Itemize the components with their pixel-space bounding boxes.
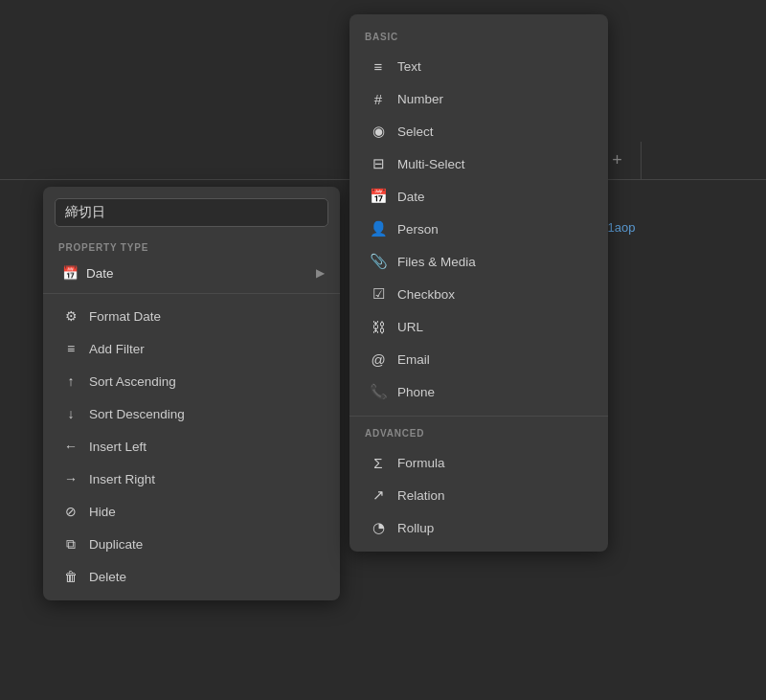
url-icon: ⛓ bbox=[369, 317, 388, 336]
property-type-section-label: PROPERTY TYPE bbox=[43, 238, 340, 259]
insert-left-item[interactable]: ← Insert Left bbox=[47, 430, 336, 463]
property-type-label: Date bbox=[86, 266, 114, 281]
date-type-item[interactable]: 📅 Date bbox=[353, 180, 604, 213]
email-icon: @ bbox=[369, 350, 388, 369]
menu-divider-1 bbox=[43, 293, 340, 294]
text-icon: ≡ bbox=[369, 56, 388, 76]
checkbox-type-item[interactable]: ☑ Checkbox bbox=[353, 278, 604, 310]
duplicate-icon: ⧉ bbox=[62, 535, 79, 553]
relation-icon: ↗ bbox=[369, 485, 388, 505]
date-icon: 📅 bbox=[369, 187, 388, 206]
sort-desc-icon: ↓ bbox=[62, 405, 79, 422]
formula-type-item[interactable]: Σ Formula bbox=[353, 446, 604, 479]
format-date-item[interactable]: ⚙ Format Date bbox=[47, 300, 336, 332]
person-icon: 👤 bbox=[369, 219, 388, 238]
sort-ascending-item[interactable]: ↑ Sort Ascending bbox=[47, 365, 336, 397]
arrow-right-icon: → bbox=[62, 470, 79, 487]
number-type-item[interactable]: # Number bbox=[353, 82, 604, 115]
right-menu-divider bbox=[349, 416, 608, 417]
multi-select-icon: ⊟ bbox=[369, 154, 388, 173]
property-name-input[interactable] bbox=[55, 198, 328, 227]
trash-icon: 🗑 bbox=[62, 568, 79, 585]
gear-icon: ⚙ bbox=[62, 307, 79, 325]
chevron-right-icon: ▶ bbox=[316, 266, 325, 280]
rollup-icon: ◔ bbox=[369, 518, 388, 537]
phone-icon: 📞 bbox=[369, 382, 388, 401]
select-type-item[interactable]: ◉ Select bbox=[353, 115, 604, 147]
basic-section-label: BASIC bbox=[349, 28, 608, 50]
files-media-type-item[interactable]: 📎 Files & Media bbox=[353, 245, 604, 278]
filter-icon: ≡ bbox=[62, 340, 79, 357]
right-type-menu: BASIC ≡ Text # Number ◉ Select ⊟ Multi-S… bbox=[349, 14, 608, 552]
sort-descending-item[interactable]: ↓ Sort Descending bbox=[47, 397, 336, 430]
delete-item[interactable]: 🗑 Delete bbox=[47, 560, 336, 593]
select-icon: ◉ bbox=[369, 122, 388, 141]
arrow-left-icon: ← bbox=[62, 438, 79, 455]
text-type-item[interactable]: ≡ Text bbox=[353, 50, 604, 82]
number-icon: # bbox=[369, 89, 388, 108]
duplicate-item[interactable]: ⧉ Duplicate bbox=[47, 528, 336, 560]
date-type-icon: 📅 bbox=[62, 265, 79, 281]
phone-type-item[interactable]: 📞 Phone bbox=[353, 375, 604, 408]
insert-right-item[interactable]: → Insert Right bbox=[47, 463, 336, 495]
sort-asc-icon: ↑ bbox=[62, 373, 79, 390]
email-type-item[interactable]: @ Email bbox=[353, 343, 604, 375]
hide-item[interactable]: ⊘ Hide bbox=[47, 495, 336, 528]
advanced-section-label: ADVANCED bbox=[349, 424, 608, 446]
url-type-item[interactable]: ⛓ URL bbox=[353, 310, 604, 343]
rollup-type-item[interactable]: ◔ Rollup bbox=[353, 511, 604, 544]
multi-select-type-item[interactable]: ⊟ Multi-Select bbox=[353, 147, 604, 180]
hide-icon: ⊘ bbox=[62, 503, 79, 520]
property-type-row[interactable]: 📅 Date ▶ bbox=[47, 259, 336, 287]
add-filter-item[interactable]: ≡ Add Filter bbox=[47, 332, 336, 365]
formula-icon: Σ bbox=[369, 453, 388, 472]
checkbox-icon: ☑ bbox=[369, 284, 388, 304]
person-type-item[interactable]: 👤 Person bbox=[353, 213, 604, 245]
relation-type-item[interactable]: ↗ Relation bbox=[353, 479, 604, 511]
left-context-menu: PROPERTY TYPE 📅 Date ▶ ⚙ Format Date ≡ A… bbox=[43, 187, 340, 600]
files-icon: 📎 bbox=[369, 252, 388, 271]
